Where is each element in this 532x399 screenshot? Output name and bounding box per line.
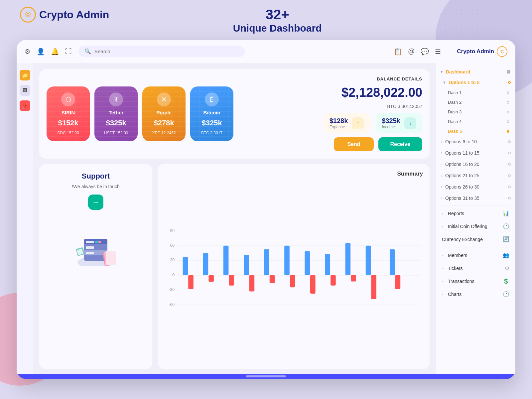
svg-rect-5 xyxy=(86,241,94,243)
options-21-25-dot xyxy=(508,174,511,177)
svg-rect-7 xyxy=(98,241,101,243)
tickers-label: Tickers xyxy=(448,266,463,271)
bell-icon[interactable]: 🔔 xyxy=(51,48,59,56)
sidebar-dash4[interactable]: Dash 4 xyxy=(436,117,515,126)
sidebar-options-21-25[interactable]: ‹ Options 21 to 25 xyxy=(436,170,515,181)
edge-icon-2[interactable]: 🖼 xyxy=(20,85,30,96)
main-area: 📁 🖼 📌 ⬡ SIRIN $152k SDC 152.00 xyxy=(17,63,515,374)
page-title: 32+ Unique Dashboard xyxy=(233,7,322,34)
tickers-icon: ⚙ xyxy=(505,265,509,271)
sidebar-members[interactable]: ‹ Members 👥 xyxy=(436,249,515,262)
charts-pie-icon: 🕐 xyxy=(503,291,509,297)
nav-brand: Crypto Admin C xyxy=(457,46,507,57)
reports-label: Reports xyxy=(448,211,464,216)
currency-exchange-label: Currency Exchange xyxy=(442,237,483,242)
transactions-dollar-icon: 💲 xyxy=(503,278,509,284)
svg-text:30: 30 xyxy=(170,258,175,262)
headline-number: 32+ xyxy=(233,7,322,23)
svg-rect-27 xyxy=(183,257,188,275)
options-21-25-label: Options 21 to 25 xyxy=(445,173,479,178)
sidebar-dash1[interactable]: Dash 1 xyxy=(436,88,515,97)
left-edge-bar: 📁 🖼 📌 xyxy=(17,63,33,374)
options-31-35-dot xyxy=(508,197,511,200)
options-16-20-label: Options 16 to 20 xyxy=(445,162,479,167)
dash4-dot xyxy=(507,120,509,123)
members-icon: 👥 xyxy=(503,252,509,258)
lower-section: Support !We always be in touch → xyxy=(39,164,430,369)
balance-title: BALANCE DETAILS xyxy=(377,76,422,81)
dashboard-monitor-icon: 🖥 xyxy=(506,69,511,74)
sidebar-reports[interactable]: ‹ Reports 📊 xyxy=(436,207,515,220)
sidebar-options-16-20[interactable]: ‹ Options 16 to 20 xyxy=(436,159,515,170)
balance-btc: BTC 3.30142057 xyxy=(387,104,422,109)
income-stat: $325k Income ↓ xyxy=(376,113,422,133)
crypto-card-ripple[interactable]: ✕ Ripple $278k XRP 12.2462 xyxy=(142,86,186,141)
sidebar-ico[interactable]: ‹ Initial Coin Offering 🕐 xyxy=(436,220,515,233)
ico-label: Initial Coin Offering xyxy=(448,224,487,229)
svg-rect-29 xyxy=(203,253,208,275)
crypto-card-bitcoin[interactable]: ₿ Bitcoin $325k BTC 3.3017 xyxy=(190,86,233,141)
options-1-5-dot xyxy=(508,81,511,84)
transactions-chevron-icon: ‹ xyxy=(442,279,443,284)
sidebar-dashboard[interactable]: ▾ Dashboard 🖥 xyxy=(436,66,515,77)
settings-icon[interactable]: ⚙ xyxy=(25,48,31,56)
reports-chevron-icon: ‹ xyxy=(442,211,443,216)
sidebar-dash5[interactable]: Dash 5 xyxy=(436,126,515,136)
search-bar[interactable]: 🔍 xyxy=(78,46,245,57)
sidebar-options-31-35[interactable]: ‹ Options 31 to 35 xyxy=(436,193,515,204)
sidebar-dash2[interactable]: Dash 2 xyxy=(436,97,515,107)
send-button[interactable]: Send xyxy=(334,137,373,151)
at-icon[interactable]: @ xyxy=(408,48,415,55)
expense-amount: $128k xyxy=(330,117,348,125)
charts-chevron-icon: ‹ xyxy=(442,292,443,297)
options-6-10-dot xyxy=(508,140,511,143)
edge-icon-3[interactable]: 📌 xyxy=(20,100,30,111)
crypto-card-tether[interactable]: ₮ Tether $325k USDT 152.00 xyxy=(94,86,138,141)
expense-label: Expense xyxy=(330,125,348,129)
income-text: $325k Income xyxy=(382,117,400,129)
options-21-25-chevron-icon: ‹ xyxy=(441,173,442,178)
options-26-30-dot xyxy=(508,186,511,188)
options-6-10-label: Options 6 to 10 xyxy=(445,139,477,144)
nav-brand-label: Crypto Admin xyxy=(457,48,494,55)
sidebar-dash3[interactable]: Dash 3 xyxy=(436,107,515,117)
options-1-5-label: Options 1 to 5 xyxy=(449,80,479,85)
brand-logo: © Crypto Admin xyxy=(20,7,109,23)
receive-button[interactable]: Receive xyxy=(378,137,423,151)
user-icon[interactable]: 👤 xyxy=(37,48,45,56)
support-button[interactable]: → xyxy=(88,195,103,210)
options-11-15-dot xyxy=(508,152,511,154)
sidebar-options-6-10[interactable]: ‹ Options 6 to 10 xyxy=(436,136,515,147)
svg-rect-31 xyxy=(223,246,229,275)
sidebar-options-11-15[interactable]: ‹ Options 11 to 15 xyxy=(436,147,515,159)
sidebar-options-1-5[interactable]: ▾ Options 1 to 5 xyxy=(436,77,515,88)
expand-icon[interactable]: ⛶ xyxy=(65,48,72,55)
clipboard-icon[interactable]: 📋 xyxy=(394,48,402,56)
crypto-card-sirin[interactable]: ⬡ SIRIN $152k SDC 152.00 xyxy=(47,86,90,141)
svg-rect-12 xyxy=(106,251,116,265)
card-pattern xyxy=(47,86,90,141)
menu-icon[interactable]: ☰ xyxy=(435,48,441,56)
svg-rect-28 xyxy=(188,275,194,289)
svg-rect-47 xyxy=(390,249,395,275)
svg-rect-40 xyxy=(310,275,316,294)
sidebar-options-26-30[interactable]: ‹ Options 26 to 30 xyxy=(436,181,515,193)
sidebar-currency-exchange[interactable]: Currency Exchange 🔄 xyxy=(436,233,515,246)
sidebar-tickers[interactable]: ‹ Tickers ⚙ xyxy=(436,262,515,275)
edge-icon-1[interactable]: 📁 xyxy=(20,70,30,80)
balance-amount: $2,128,022.00 xyxy=(341,85,422,100)
right-sidebar: ▾ Dashboard 🖥 ▾ Options 1 to 5 Dash 1 Da… xyxy=(436,63,515,374)
sidebar-divider-2 xyxy=(442,247,509,247)
dash5-dot-active xyxy=(507,130,509,133)
ico-clock-icon: 🕐 xyxy=(503,223,509,229)
card-pattern xyxy=(190,86,233,141)
search-input[interactable] xyxy=(94,49,239,54)
chat-icon[interactable]: 💬 xyxy=(421,48,429,56)
svg-rect-46 xyxy=(371,275,376,299)
sidebar-charts[interactable]: ‹ Charts 🕐 xyxy=(436,288,515,301)
sidebar-transactions[interactable]: ‹ Transactions 💲 xyxy=(436,275,515,288)
balance-stats: $128k Expense ↑ $325k Income ↓ xyxy=(324,113,422,133)
card-pattern xyxy=(142,86,186,141)
currency-exchange-icon: 🔄 xyxy=(503,236,509,242)
expense-stat: $128k Expense ↑ xyxy=(324,113,370,133)
